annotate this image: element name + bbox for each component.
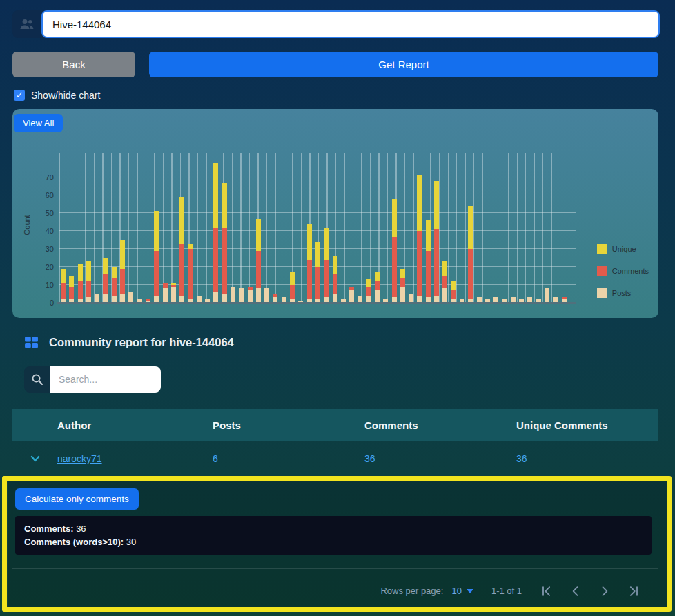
search-icon bbox=[24, 366, 50, 393]
previous-page-button[interactable] bbox=[569, 584, 583, 598]
table-header-row: Author Posts Comments Unique Comments bbox=[12, 409, 658, 441]
bar bbox=[128, 292, 133, 303]
y-tick-label: 40 bbox=[36, 227, 54, 235]
y-tick-label: 60 bbox=[36, 191, 54, 199]
bar bbox=[222, 183, 227, 303]
legend-label: Unique bbox=[612, 245, 636, 253]
chart-toggle-label: Show/hide chart bbox=[31, 90, 100, 101]
report-title: Community report for hive-144064 bbox=[49, 336, 234, 349]
hive-name-input[interactable] bbox=[41, 10, 660, 38]
chevron-down-icon bbox=[29, 453, 41, 465]
pagination-range: 1-1 of 1 bbox=[491, 586, 522, 596]
y-tick-label: 10 bbox=[36, 281, 54, 289]
bar bbox=[392, 199, 397, 303]
legend-label: Comments bbox=[612, 267, 649, 275]
bar bbox=[307, 224, 312, 303]
y-tick-label: 70 bbox=[36, 173, 54, 181]
chart-bars bbox=[61, 163, 576, 303]
rows-per-page-value: 10 bbox=[451, 586, 461, 596]
table-row: narocky71 6 36 36 bbox=[12, 441, 658, 476]
legend-swatch bbox=[597, 244, 607, 254]
bar bbox=[120, 240, 125, 303]
bar bbox=[231, 287, 235, 303]
legend-swatch bbox=[597, 288, 607, 298]
bar bbox=[333, 256, 338, 303]
bar bbox=[417, 175, 422, 303]
rows-per-page-label: Rows per page: bbox=[380, 586, 443, 596]
comments-info-box: Comments: 36 Comments (words>10): 30 bbox=[15, 516, 652, 555]
get-report-button[interactable]: Get Report bbox=[149, 52, 658, 77]
calculate-only-comments-button[interactable]: Calculate only comments bbox=[15, 488, 139, 510]
cell-comments: 36 bbox=[364, 453, 516, 464]
search-bar bbox=[24, 366, 161, 393]
row-expander[interactable] bbox=[12, 453, 57, 465]
legend-item-posts: Posts bbox=[597, 288, 649, 298]
table-footer: Rows per page: 10 1-1 of 1 bbox=[12, 568, 658, 613]
author-link[interactable]: narocky71 bbox=[57, 453, 102, 464]
bar bbox=[400, 269, 405, 303]
y-tick-label: 20 bbox=[36, 263, 54, 271]
pager bbox=[540, 584, 640, 598]
col-author: Author bbox=[57, 419, 213, 431]
col-comments: Comments bbox=[364, 419, 516, 431]
bar bbox=[324, 228, 329, 303]
first-page-button[interactable] bbox=[540, 584, 554, 598]
bar bbox=[426, 220, 431, 303]
bar bbox=[366, 279, 371, 303]
y-tick-label: 30 bbox=[36, 245, 54, 253]
y-tick-label: 0 bbox=[36, 299, 54, 307]
checkbox-checked-icon[interactable]: ✓ bbox=[14, 90, 25, 101]
last-page-button[interactable] bbox=[627, 584, 640, 598]
chart-legend: UniqueCommentsPosts bbox=[597, 244, 649, 298]
comments-count-label: Comments: bbox=[24, 524, 74, 534]
chart-panel: View All Count 010203040506070 UniqueCom… bbox=[12, 109, 658, 318]
bar bbox=[290, 272, 295, 303]
legend-item-unique: Unique bbox=[597, 244, 649, 254]
comments-count-value: 36 bbox=[76, 524, 86, 534]
next-page-button[interactable] bbox=[598, 584, 612, 598]
show-hide-chart-toggle[interactable]: ✓ Show/hide chart bbox=[14, 90, 100, 101]
comments-words-line: Comments (words>10): 30 bbox=[24, 535, 643, 548]
hive-input-bar bbox=[12, 10, 660, 38]
report-header: Community report for hive-144064 bbox=[24, 335, 234, 350]
bar bbox=[442, 261, 447, 303]
comments-words-value: 30 bbox=[126, 537, 136, 547]
bar bbox=[78, 264, 83, 303]
bar bbox=[188, 244, 193, 303]
back-button[interactable]: Back bbox=[12, 52, 135, 77]
col-posts: Posts bbox=[213, 419, 364, 431]
bar bbox=[375, 272, 380, 303]
bar bbox=[264, 288, 269, 303]
bar bbox=[451, 281, 456, 303]
bar bbox=[248, 287, 253, 303]
bar bbox=[213, 163, 218, 303]
y-axis-label: Count bbox=[23, 215, 31, 235]
bar bbox=[86, 261, 91, 303]
x-axis-line bbox=[57, 302, 576, 304]
bar bbox=[468, 206, 473, 303]
chart-plot: Count 010203040506070 bbox=[59, 153, 576, 303]
bar bbox=[434, 181, 439, 303]
bar bbox=[545, 288, 549, 303]
cell-unique-comments: 36 bbox=[516, 453, 658, 464]
bar bbox=[112, 267, 117, 303]
bar bbox=[315, 242, 320, 303]
legend-item-comments: Comments bbox=[597, 266, 649, 276]
bar bbox=[69, 276, 74, 303]
app: { "topbar": { "hive_input_value": "Hive-… bbox=[0, 0, 675, 616]
bar bbox=[349, 287, 354, 303]
y-tick-label: 50 bbox=[36, 209, 54, 217]
legend-label: Posts bbox=[612, 289, 632, 297]
bar bbox=[163, 283, 168, 303]
bar bbox=[61, 269, 66, 303]
bar bbox=[103, 258, 108, 303]
search-input[interactable] bbox=[50, 366, 161, 393]
comments-count-line: Comments: 36 bbox=[24, 522, 643, 535]
rows-per-page-select[interactable]: 10 bbox=[451, 586, 473, 596]
legend-swatch bbox=[597, 266, 607, 276]
community-icon bbox=[12, 10, 41, 38]
bar bbox=[179, 197, 184, 303]
view-all-button[interactable]: View All bbox=[14, 114, 63, 132]
bar bbox=[239, 288, 244, 303]
table-icon bbox=[24, 335, 39, 350]
